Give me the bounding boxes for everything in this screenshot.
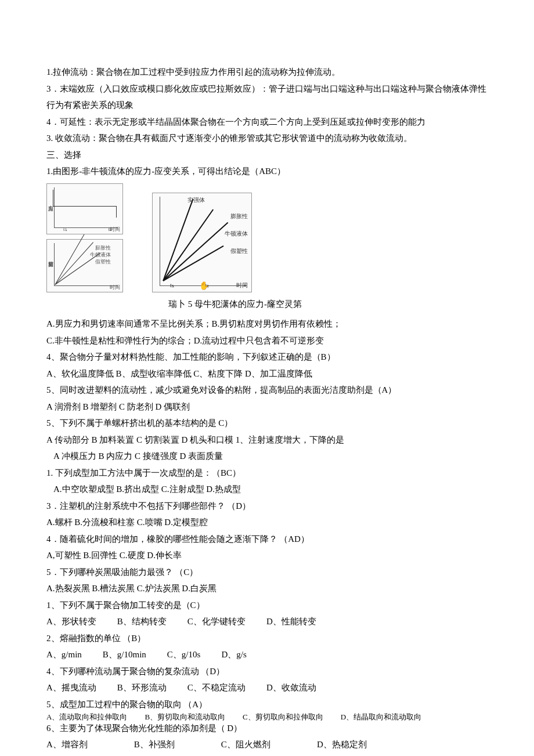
qm4-b: B、环形流动 [117,679,167,696]
q5b-stem: 5、下列不属于单螺杆挤出机的基本结构的是 C） [46,415,488,432]
qm1-b: B、结构转变 [117,613,167,630]
qm1-d: D、性能转变 [266,613,316,630]
qn1-options: A.中空吹塑成型 B.挤出成型 C.注射成型 D.热成型 [46,481,488,498]
qm1-a: A、形状转变 [46,613,96,630]
q5a-options: A 润滑剂 B 增塑剂 C 防老剂 D 偶联剂 [46,399,488,415]
qm1-stem: 1、下列不属于聚合物加工转变的是（C） [46,597,488,614]
qm6-a: A、增容剂 [46,736,88,753]
qm2-a: A、g/min [46,646,82,663]
qm2-b: B、g/10min [103,646,146,663]
fig-label-t1: t₁ [170,280,174,291]
fig-label-r2: 牛顿液体 [225,228,248,239]
qm5-stem: 5、成型加工过程中的聚合物的取向 （A） [46,696,488,713]
q5b-sub-options: A 冲模压力 B 内应力 C 接缝强度 D 表面质量 [46,448,488,465]
definition-4: 3. 收敛流动：聚合物在具有截面尺寸逐渐变小的锥形管或其它形状管道中的流动称为收… [46,130,488,147]
q1-stem: 1.由图形-非牛顿流体的应力-应变关系，可得出结论是（ABC） [46,163,488,180]
definition-2: 3．末端效应（入口效应或模口膨化效应或巴拉斯效应）：管子进口端与出口端这种与出口… [46,81,488,114]
qm4-stem: 4、下列哪种流动属于聚合物的复杂流动 （D） [46,663,488,680]
fig-label-r1: 膨胀性 [230,211,248,222]
qm5-d: D、结晶取向和流动取向 [341,712,421,722]
qm1-options: A、形状转变 B、结构转变 C、化学键转变 D、性能转变 [46,613,488,630]
qn1-stem: 1. 下列成型加工方法中属于一次成型的是：（BC） [46,465,488,482]
qm1-c: C、化学键转变 [187,613,246,630]
q1-option-ab: A.男应力和男切速率间通常不呈比例关系；B.男切粘度对男切作用有依赖性； [46,316,488,332]
definition-1: 1.拉伸流动：聚合物在加工过程中受到拉应力作用引起的流动称为拉伸流动。 [46,64,488,81]
figure-caption: 瑞卜 5 母牛犯潇体的应力-窿空灵第 [168,296,302,316]
fig-label-r3: 假塑性 [230,245,248,256]
figure-left-bottom: 剪切粘度 膨胀性 牛顿液体 假塑性 时间 [46,239,123,292]
qm4-c: C、不稳定流动 [187,679,246,696]
hand-cursor-icon: ✋ [199,278,209,294]
q5b-options: A 传动部分 B 加料装置 C 切割装置 D 机头和口模 1、注射速度增大，下降… [46,432,488,448]
qm4-options: A、摇曳流动 B、环形流动 C、不稳定流动 D、收敛流动 [46,679,488,696]
qm6-stem: 6、主要为了体现聚合物光化性能的添加剂是（ D） [46,720,488,737]
section-heading-select: 三、选择 [46,147,488,164]
qn4-options: A,可塑性 B.回弹性 C.硬度 D.伸长率 [46,547,488,564]
q5a-stem: 5、同时改进塑料的流动性，减少或避免对设备的粘附，提高制品的表面光洁度助剂是（A… [46,382,488,399]
q4-stem: 4、聚合物分子量对材料热性能、加工性能的影响，下列叙述正确的是（B） [46,349,488,366]
qn3-options: A.螺杆 B.分流梭和柱塞 C.喷嘴 D.定模型腔 [46,514,488,531]
qn5-options: A.热裂炭黑 B.槽法炭黑 C.炉法炭黑 D.白炭黑 [46,580,488,597]
qm6-d: D、热稳定剂 [317,736,367,753]
qn4-stem: 4．随着硫化时间的增加，橡胶的哪些性能会随之逐渐下降？ （AD） [46,531,488,548]
qm2-options: A、g/min B、g/10min C、g/10s D、g/s [46,646,488,663]
qm6-c: C、阻火燃剂 [221,736,270,753]
qm2-stem: 2、熔融指数的单位 （B） [46,630,488,647]
qm2-d: D、g/s [221,646,246,663]
qm4-d: D、收敛流动 [266,679,316,696]
q1-option-cd: C.非牛顿性是粘性和弹性行为的综合；D.流动过程中只包含着不可逆形变 [46,332,488,349]
qm5-c: C、剪切取向和拉伸取向 [243,712,323,722]
q4-options: A、软化温度降低 B、成型收缩率降低 C、粘度下降 D、加工温度降低 [46,366,488,382]
definition-3: 4．可延性：表示无定形或半结晶固体聚合物在一个方向或二个方向上受到压延或拉伸时变… [46,114,488,131]
qn3-stem: 3．注塑机的注射系统中不包括下列哪些部件？ （D） [46,498,488,515]
figure-right: 实强体 膨胀性 牛顿液体 假塑性 t₁ t₂ 时间 ✋ [152,193,252,292]
fig-label-xaxis: 时间 [236,280,248,291]
qn5-stem: 5．下列哪种炭黑吸油能力最强？ （C） [46,564,488,581]
qm6-options: A、增容剂 B、补强剂 C、阻火燃剂 D、热稳定剂 [46,736,488,753]
figures-container: 剪应力 t₁ t₂ 时间 剪切粘度 膨胀性 牛顿液体 假塑性 时间 实强体 膨胀… [46,183,488,292]
qm2-c: C、g/10s [167,646,201,663]
qm4-a: A、摇曳流动 [46,679,96,696]
qm6-b: B、补强剂 [134,736,175,753]
figure-left-top: 剪应力 t₁ t₂ 时间 [46,183,123,234]
fig-label-top: 实强体 [187,194,205,205]
